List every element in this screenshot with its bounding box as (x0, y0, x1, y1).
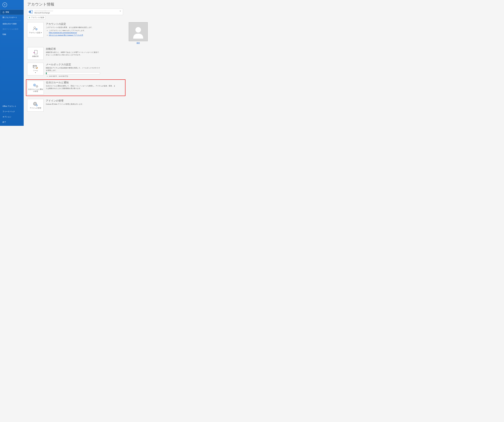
section-auto-reply: 自動応答 自動応答 自動応答を使うと、休暇中であることや電子メール メッセージに… (27, 47, 148, 60)
svg-line-25 (35, 86, 36, 86)
sidebar-nav: 情報開く/エクスポート名前を付けて保存添付ファイルの保存印刷 (0, 10, 24, 37)
tile-label: ツール▾ (33, 70, 38, 73)
section-desc: このアカウントの設定を変更、または追加の接続を設定します。 (46, 26, 100, 29)
svg-point-14 (135, 27, 141, 33)
plus-icon (29, 17, 30, 18)
tools-button[interactable]: ツール▾ (27, 63, 44, 75)
nav-label: Office アカウント (2, 105, 16, 107)
arrow-left-icon (4, 4, 6, 6)
person-silhouette-icon (131, 25, 145, 39)
svg-point-5 (36, 29, 37, 29)
section-desc: 自動応答を使うと、休暇中であることや電子メール メッセージに返信できないことを他… (46, 51, 100, 56)
manage-addins-button[interactable]: アドインの管理 (27, 99, 44, 111)
section-title: アカウントの設定 (46, 22, 126, 26)
sidebar-item-print[interactable]: 印刷 (0, 32, 24, 37)
quota-bar (46, 72, 100, 74)
owa-link[interactable]: https://outlook.live.com/owa/outlook.jp/ (49, 32, 77, 34)
svg-point-3 (34, 27, 36, 29)
section-body: メールボックスの設定 削除済みアイテムの完全削除や整理を利用して、メールボックス… (46, 63, 148, 78)
sidebar-item-options[interactable]: オプション (0, 114, 24, 120)
sidebar-item-feedback[interactable]: フィードバック (0, 109, 24, 114)
account-type: Microsoft Exchange (34, 12, 53, 14)
svg-point-36 (36, 105, 37, 106)
main-content: アカウント情報 E xxxxxxxxxxxx@xxxxxx.xx Microso… (24, 0, 151, 126)
gear-bell-icon (33, 83, 38, 88)
auto-reply-button[interactable]: 自動応答 (27, 47, 44, 60)
svg-point-29 (37, 87, 37, 88)
tile-label: アカウント設定 ▾ (29, 32, 42, 34)
globe-gear-icon (33, 102, 38, 106)
section-addins: アドインの管理 アドインの管理 Outlook 用 Web アドインの管理と取得… (27, 99, 148, 111)
section-desc: Outlook 用 Web アドインの管理と取得を行います。 (46, 103, 100, 106)
section-title: 仕分けルールと通知 (46, 81, 124, 84)
section-desc: 削除済みアイテムの完全削除や整理を利用して、メールボックスのサイズを管理します。 (46, 67, 100, 72)
svg-line-12 (37, 29, 37, 29)
account-email: xxxxxxxxxxxx@xxxxxx.xx (34, 10, 53, 12)
nav-label: 印刷 (2, 33, 6, 36)
sidebar-item-info[interactable]: 情報 (0, 10, 24, 15)
section-body: 仕分けルールと通知 仕分けルールと通知を使用して、受信メール メッセージを整理し… (46, 81, 124, 90)
svg-line-13 (36, 30, 36, 30)
nav-divider (2, 21, 21, 21)
section-title: 自動応答 (46, 47, 148, 51)
sidebar-bottom-nav: Office アカウントフィードバックオプション終了 (0, 104, 24, 126)
back-button-area (0, 0, 24, 8)
sidebar: 情報開く/エクスポート名前を付けて保存添付ファイルの保存印刷 Office アカ… (0, 0, 24, 126)
section-bullets: このアカウントに Web を介してアクセスします。 https://outloo… (46, 29, 126, 36)
sidebar-item-save-as[interactable]: 名前を付けて保存 (0, 21, 24, 27)
svg-line-10 (36, 29, 36, 29)
svg-line-26 (35, 84, 36, 84)
svg-rect-15 (35, 50, 37, 54)
account-picker-dropdown[interactable]: E xxxxxxxxxxxx@xxxxxx.xx Microsoft Excha… (27, 9, 123, 15)
sidebar-item-open-export[interactable]: 開く/エクスポート (0, 15, 24, 20)
section-title: メールボックスの設定 (46, 63, 148, 66)
add-account-button[interactable]: アカウントの追加 (27, 16, 46, 19)
nav-label: 情報 (6, 11, 9, 13)
svg-text:E: E (29, 11, 30, 12)
exchange-icon: E (29, 10, 33, 14)
svg-point-19 (34, 85, 35, 85)
section-body: アドインの管理 Outlook 用 Web アドインの管理と取得を行います。 (46, 99, 148, 106)
svg-line-27 (34, 86, 34, 86)
page-title: アカウント情報 (27, 2, 148, 7)
svg-line-24 (34, 84, 34, 84)
tile-label: 仕分けルールと通知の管理 (28, 88, 43, 92)
nav-label: 名前を付けて保存 (2, 23, 17, 25)
account-settings-button[interactable]: アカウント設定 ▾ (27, 22, 44, 37)
nav-label: フィードバック (2, 111, 15, 113)
section-account-settings: アカウント設定 ▾ アカウントの設定 このアカウントの設定を変更、または追加の接… (27, 22, 148, 44)
nav-label: 添付ファイルの保存 (2, 28, 18, 30)
section-body: アカウントの設定 このアカウントの設定を変更、または追加の接続を設定します。 こ… (46, 22, 126, 37)
mail-brush-icon (33, 65, 38, 69)
nav-label: 開く/エクスポート (2, 16, 17, 19)
tile-label: 自動応答 (32, 55, 39, 57)
change-avatar-link[interactable]: 変更 (137, 42, 140, 44)
tile-label: アドインの管理 (30, 107, 41, 109)
sidebar-item-save-attachments: 添付ファイルの保存 (0, 27, 24, 32)
avatar-column: 変更 (129, 22, 148, 44)
chevron-down-icon (120, 11, 121, 12)
account-picker-labels: xxxxxxxxxxxx@xxxxxx.xx Microsoft Exchang… (34, 10, 53, 14)
section-body: 自動応答 自動応答を使うと、休暇中であることや電子メール メッセージに返信できな… (46, 47, 148, 56)
sidebar-item-office-account[interactable]: Office アカウント (0, 104, 24, 109)
manage-rules-button[interactable]: 仕分けルールと通知の管理 (27, 81, 44, 95)
auto-reply-icon (33, 50, 38, 55)
section-title: アドインの管理 (46, 99, 148, 102)
nav-label: 終了 (2, 121, 6, 123)
sidebar-item-exit[interactable]: 終了 (0, 120, 24, 125)
section-desc: 仕分けルールと通知を使用して、受信メール メッセージを整理し、アイテムが追加、変… (46, 85, 117, 90)
svg-line-11 (37, 30, 37, 30)
home-icon (2, 11, 5, 13)
quota-text: 14.8 GB 中、14.8 GB 空き (49, 75, 148, 77)
mobile-app-link[interactable]: iOS または Android 用の Outlook アプリを入手 (49, 34, 83, 36)
back-button[interactable] (2, 2, 7, 7)
avatar-placeholder (129, 22, 148, 41)
section-mailbox: ツール▾ メールボックスの設定 削除済みアイテムの完全削除や整理を利用して、メー… (27, 63, 148, 78)
nav-label: オプション (2, 116, 11, 118)
add-account-label: アカウントの追加 (31, 16, 44, 19)
section-rules-highlighted: 仕分けルールと通知の管理 仕分けルールと通知 仕分けルールと通知を使用して、受信… (26, 79, 126, 96)
person-gear-icon (33, 26, 38, 31)
quota-fill (46, 72, 47, 74)
